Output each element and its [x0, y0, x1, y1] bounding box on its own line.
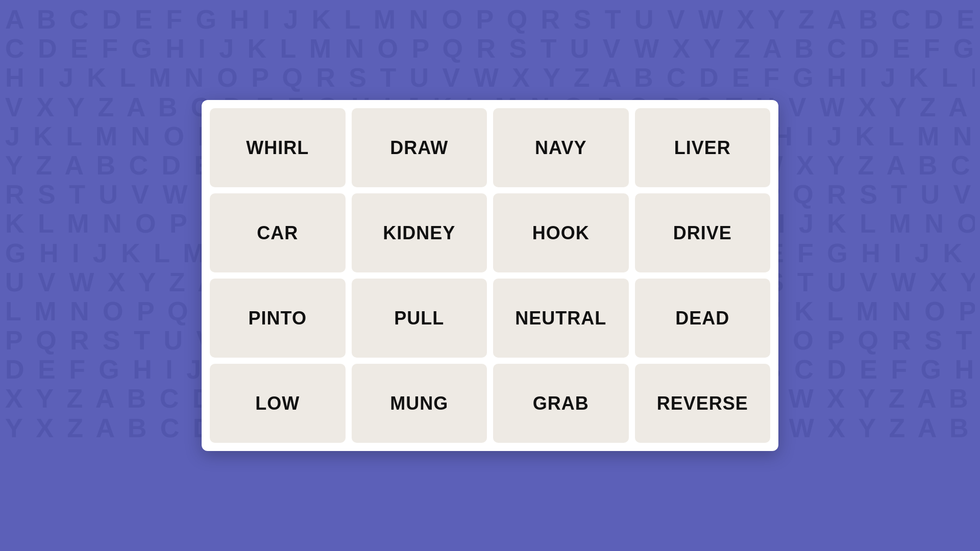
card-car[interactable]: CAR — [210, 193, 346, 272]
card-dead[interactable]: DEAD — [635, 279, 771, 358]
card-pull[interactable]: PULL — [352, 279, 487, 358]
card-label-hook: HOOK — [532, 222, 590, 244]
card-label-whirl: WHIRL — [246, 137, 309, 159]
card-label-neutral: NEUTRAL — [515, 308, 606, 329]
card-grid: WHIRLDRAWNAVYLIVERCARKIDNEYHOOKDRIVEPINT… — [210, 108, 770, 443]
card-label-liver: LIVER — [674, 137, 731, 159]
card-grid-wrapper: WHIRLDRAWNAVYLIVERCARKIDNEYHOOKDRIVEPINT… — [202, 100, 778, 451]
card-draw[interactable]: DRAW — [352, 108, 487, 187]
card-pinto[interactable]: PINTO — [210, 279, 346, 358]
card-low[interactable]: LOW — [210, 364, 346, 443]
card-label-navy: NAVY — [535, 137, 586, 159]
card-whirl[interactable]: WHIRL — [210, 108, 346, 187]
card-label-draw: DRAW — [390, 137, 448, 159]
card-hook[interactable]: HOOK — [493, 193, 629, 272]
card-label-dead: DEAD — [675, 308, 729, 329]
card-label-kidney: KIDNEY — [383, 222, 455, 244]
card-label-mung: MUNG — [390, 393, 448, 414]
card-label-low: LOW — [255, 393, 300, 414]
card-label-pull: PULL — [394, 308, 444, 329]
card-mung[interactable]: MUNG — [352, 364, 487, 443]
card-kidney[interactable]: KIDNEY — [352, 193, 487, 272]
card-navy[interactable]: NAVY — [493, 108, 629, 187]
card-liver[interactable]: LIVER — [635, 108, 771, 187]
card-label-grab: GRAB — [533, 393, 589, 414]
card-label-pinto: PINTO — [249, 308, 307, 329]
card-reverse[interactable]: REVERSE — [635, 364, 771, 443]
card-label-reverse: REVERSE — [657, 393, 748, 414]
card-drive[interactable]: DRIVE — [635, 193, 771, 272]
card-neutral[interactable]: NEUTRAL — [493, 279, 629, 358]
card-grab[interactable]: GRAB — [493, 364, 629, 443]
card-label-drive: DRIVE — [673, 222, 732, 244]
card-label-car: CAR — [257, 222, 298, 244]
